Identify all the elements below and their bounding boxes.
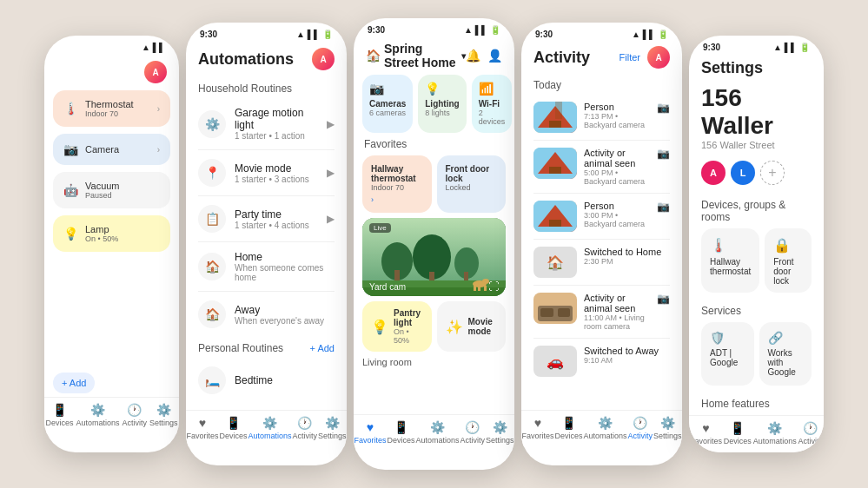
works-with-tile[interactable]: 🔗 Works with Google — [759, 322, 812, 386]
home-header: 🏠 Spring Street Home ▾ 🔔 👤 — [354, 38, 514, 75]
bottom-nav-3: ♥ Favorites 📱 Devices ⚙️ Automations 🕐 A… — [354, 414, 514, 452]
user-avatar-a[interactable]: A — [701, 161, 726, 185]
nav-fav-5[interactable]: ♥ Favorites — [690, 421, 722, 445]
nav-act-label-2: Activity — [292, 432, 317, 440]
wifi-icon-2: ▲ — [296, 30, 305, 39]
front-door-tile[interactable]: 🔒 Front door lock — [765, 228, 812, 293]
nav-automations-1[interactable]: ⚙️ Automations — [76, 403, 119, 427]
avatar-1[interactable]: A — [144, 61, 167, 83]
nav-act-3[interactable]: 🕐 Activity — [460, 420, 485, 445]
nav-auto-4[interactable]: ⚙️ Automations — [583, 416, 626, 440]
garage-icon-wrap: ⚙️ — [198, 110, 226, 138]
avatar-3[interactable]: 👤 — [487, 49, 502, 63]
nav-fav-3[interactable]: ♥ Favorites — [354, 420, 386, 445]
nav-devices-1[interactable]: 📱 Devices — [45, 403, 73, 427]
cam-icon-5: 📷 — [657, 293, 670, 305]
nav-dev-3[interactable]: 📱 Devices — [387, 420, 414, 445]
fav-nav-icon-5: ♥ — [702, 421, 709, 435]
set-nav-icon-2: ⚙️ — [325, 416, 340, 430]
nav-dev-5[interactable]: 📱 Devices — [724, 421, 752, 445]
garage-name: Garage motion light — [235, 107, 318, 131]
services-grid: 🛡️ ADT | Google 🔗 Works with Google — [689, 322, 824, 392]
nav-set-3[interactable]: ⚙️ Settings — [486, 420, 514, 445]
phone1-header: A — [44, 56, 179, 87]
movie-icon: 📍 — [205, 166, 220, 180]
away-icon-wrap: 🏠 — [198, 300, 226, 328]
nav-set-2[interactable]: ⚙️ Settings — [318, 416, 347, 440]
garage-info: Garage motion light 1 starter • 1 action — [235, 107, 318, 141]
activity-item-1[interactable]: Person 7:13 PM • Backyard camera 📷 — [521, 95, 682, 140]
filter-button[interactable]: Filter — [620, 52, 640, 63]
add-button-1[interactable]: + Add — [53, 373, 95, 393]
screen-3: 🏠 Spring Street Home ▾ 🔔 👤 📷 Cameras 6 c… — [354, 38, 514, 452]
play-icon-2[interactable]: ▶ — [327, 167, 335, 179]
add-user-button[interactable]: + — [760, 161, 785, 185]
party-name: Party time — [235, 208, 318, 221]
user-avatar-l[interactable]: L — [731, 161, 755, 185]
party-desc: 1 starter • 4 actions — [235, 221, 318, 230]
activity-item-3[interactable]: Person 3:00 PM • Backyard camera 📷 — [521, 194, 682, 239]
nav-act-2[interactable]: 🕐 Activity — [292, 416, 317, 440]
nav-auto-5[interactable]: ⚙️ Automations — [753, 421, 797, 445]
nav-act-5[interactable]: 🕐 Activity — [798, 421, 824, 445]
nav-fav-4[interactable]: ♥ Favorites — [521, 416, 553, 440]
nav-settings-1[interactable]: ⚙️ Settings — [149, 403, 178, 427]
act-nav-icon-5: 🕐 — [803, 421, 818, 435]
thumb-svg-3 — [533, 201, 577, 232]
front-door-sub: Locked — [446, 183, 498, 192]
nav-dev-2[interactable]: 📱 Devices — [219, 416, 247, 440]
status-icons-2: ▲ ▌▌ 🔋 — [296, 30, 333, 39]
play-icon-1[interactable]: ▶ — [327, 118, 335, 130]
camera-card[interactable]: 📷 Camera › — [53, 134, 170, 165]
settings-nav-icon: ⚙️ — [156, 403, 171, 417]
activity-item-5[interactable]: Activity or animal seen 11:00 AM • Livin… — [521, 286, 682, 338]
lamp-card[interactable]: 💡 Lamp On • 50% — [53, 215, 170, 252]
routine-garage[interactable]: ⚙️ Garage motion light 1 starter • 1 act… — [186, 98, 347, 149]
vacuum-card[interactable]: 🤖 Vacuum Paused — [53, 172, 170, 208]
away-info: Away When everyone's away — [235, 304, 335, 326]
nav-auto-2[interactable]: ⚙️ Automations — [248, 416, 291, 440]
lighting-cat[interactable]: 💡 Lighting 8 lights — [418, 75, 466, 133]
nav-set-4[interactable]: ⚙️ Settings — [653, 416, 682, 440]
phone-home: 9:30 ▲ ▌▌ 🔋 🏠 Spring Street Home ▾ 🔔 👤 — [354, 18, 514, 470]
routine-movie[interactable]: 📍 Movie mode 1 starter • 3 actions ▶ — [186, 150, 347, 195]
nav-activity-1[interactable]: 🕐 Activity — [122, 403, 147, 427]
screen-2: Automations A Household Routines ⚙️ Gara… — [186, 43, 347, 447]
nav-act-4[interactable]: 🕐 Activity — [627, 416, 653, 440]
nav-dev-4[interactable]: 📱 Devices — [554, 416, 582, 440]
activity-item-2[interactable]: Activity or animal seen 5:00 PM • Backya… — [521, 141, 682, 193]
bedtime-name: Bedtime — [235, 374, 335, 386]
routine-party[interactable]: 📋 Party time 1 starter • 4 actions ▶ — [186, 196, 347, 241]
living-room-label: Living room — [354, 352, 514, 373]
routine-away[interactable]: 🏠 Away When everyone's away — [186, 292, 347, 337]
routine-bedtime[interactable]: 🛏️ Bedtime — [186, 358, 347, 403]
adt-tile[interactable]: 🛡️ ADT | Google — [701, 322, 754, 386]
hallway-thermo-fav[interactable]: Hallway thermostat Indoor 70 › — [362, 155, 432, 213]
add-personal-button[interactable]: + Add — [310, 343, 335, 353]
nav-auto-3[interactable]: ⚙️ Automations — [415, 420, 459, 445]
act-info-3: Person 3:00 PM • Backyard camera — [584, 201, 650, 228]
front-door-fav[interactable]: Front door lock Locked — [437, 155, 507, 213]
screen-1: A 🌡️ Thermostat Indoor 70 › 📷 — [44, 56, 179, 434]
cameras-cat[interactable]: 📷 Cameras 6 cameras — [362, 75, 413, 133]
activity-item-4[interactable]: 🏠 Switched to Home 2:30 PM — [521, 240, 682, 285]
home-routine-info: Home When someone comes home — [235, 251, 335, 282]
avatar-4[interactable]: A — [647, 46, 670, 69]
set-nav-icon-4: ⚙️ — [660, 416, 675, 430]
bell-icon[interactable]: 🔔 — [466, 49, 480, 63]
nav-fav-2[interactable]: ♥ Favorites — [186, 416, 218, 440]
movie-mode-card[interactable]: ✨ Movie mode — [437, 301, 507, 352]
yard-cam-card[interactable]: Live Yard cam ⛶ — [362, 218, 506, 296]
play-icon-3[interactable]: ▶ — [327, 213, 335, 225]
routine-home[interactable]: 🏠 Home When someone comes home — [186, 242, 347, 291]
pantry-light-card[interactable]: 💡 Pantry light On • 50% — [362, 301, 432, 352]
hallway-thermo-action: › — [371, 195, 423, 204]
thermostat-card[interactable]: 🌡️ Thermostat Indoor 70 › — [53, 90, 170, 127]
avatar-2[interactable]: A — [312, 48, 335, 70]
wifi-cat[interactable]: 📶 Wi-Fi 2 devices — [472, 75, 513, 133]
status-bar-2: 9:30 ▲ ▌▌ 🔋 — [186, 23, 347, 43]
fullscreen-icon[interactable]: ⛶ — [488, 280, 499, 293]
hallway-thermo-tile[interactable]: 🌡️ Hallway thermostat — [701, 228, 759, 293]
activity-item-6[interactable]: 🚗 Switched to Away 9:10 AM — [521, 339, 682, 384]
act-title-3: Person — [584, 201, 650, 211]
